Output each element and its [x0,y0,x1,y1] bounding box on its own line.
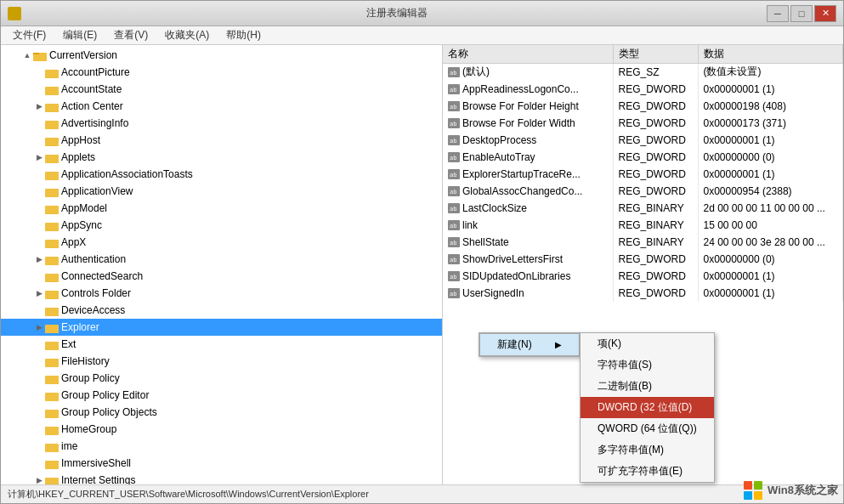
table-row[interactable]: abLastClockSizeREG_BINARY2d 00 00 00 11 … [443,200,843,217]
maximize-button[interactable]: □ [790,5,813,22]
table-row[interactable]: abBrowse For Folder HeightREG_DWORD0x000… [443,98,843,115]
table-row[interactable]: abSIDUpdatedOnLibrariesREG_DWORD0x000000… [443,268,843,285]
svg-rect-48 [45,411,59,418]
tree-item-deviceaccess[interactable]: DeviceAccess [1,302,442,319]
tree-item-appsync[interactable]: AppSync [1,217,442,234]
table-row[interactable]: abUserSignedInREG_DWORD0x00000001 (1) [443,285,843,302]
table-row[interactable]: abDesktopProcessREG_DWORD0x00000001 (1) [443,132,843,149]
reg-value-icon: ab [448,237,460,247]
tree-arrow-expand: ▶ [33,474,45,484]
svg-rect-2 [9,14,14,19]
table-row[interactable]: abGlobalAssocChangedCo...REG_DWORD0x0000… [443,183,843,200]
window-controls: ─ □ ✕ [767,5,836,22]
svg-rect-24 [45,207,59,214]
reg-value-name: Browse For Folder Height [462,100,579,112]
col-header-name[interactable]: 名称 [443,45,613,64]
context-menu-sub: 项(K) 字符串值(S) 二进制值(B) DWORD (32 位值(D) QWO… [580,332,715,483]
reg-value-data: (数值未设置) [698,64,843,81]
menu-help[interactable]: 帮助(H) [218,26,269,44]
svg-text:ab: ab [450,206,456,212]
reg-value-type: REG_DWORD [613,149,698,166]
svg-rect-1 [15,8,20,13]
context-submenu-item-2[interactable]: 二进制值(B) [581,376,714,397]
svg-text:ab: ab [450,155,456,161]
reg-value-type: REG_DWORD [613,251,698,268]
tree-item-controlsfolder[interactable]: ▶ Controls Folder [1,285,442,302]
tree-item-appmodel[interactable]: AppModel [1,200,442,217]
tree-item-homegroup[interactable]: HomeGroup [1,421,442,438]
tree-item-accountstate[interactable]: AccountState [1,81,442,98]
reg-value-data: 0x00000001 (1) [698,166,843,183]
context-submenu-item-3[interactable]: DWORD (32 位值(D) [581,397,714,418]
table-row[interactable]: abExplorerStartupTraceRe...REG_DWORD0x00… [443,166,843,183]
svg-text:ab: ab [450,257,456,263]
col-header-data[interactable]: 数据 [698,45,843,64]
tree-label: Group Policy Editor [61,389,149,401]
folder-icon [45,254,59,265]
win8-badge: Win8系统之家 [744,481,838,500]
svg-text:ab: ab [450,70,456,76]
tree-item-appview[interactable]: ApplicationView [1,183,442,200]
tree-item-grouppolicy[interactable]: Group Policy [1,370,442,387]
context-submenu-item-0[interactable]: 项(K) [581,333,714,354]
folder-icon [45,288,59,299]
tree-item-advertisinginfo[interactable]: AdvertisingInfo [1,115,442,132]
tree-label: Group Policy Objects [61,406,157,418]
context-submenu-item-1[interactable]: 字符串值(S) [581,354,714,376]
tree-item-currentversion[interactable]: ▲ CurrentVersion [1,47,442,64]
tree-item-grouppolicyeditor[interactable]: Group Policy Editor [1,387,442,404]
table-row[interactable]: abShellStateREG_BINARY24 00 00 00 3e 28 … [443,234,843,251]
tree-item-applets[interactable]: ▶ Applets [1,149,442,166]
tree-item-apphost[interactable]: AppHost [1,132,442,149]
svg-rect-30 [45,258,59,265]
tree-item-explorer[interactable]: ▶ Explorer [1,319,442,336]
reg-value-icon: ab [448,220,460,230]
context-submenu-item-5[interactable]: 多字符串值(M) [581,439,714,461]
tree-item-appx[interactable]: AppX [1,234,442,251]
reg-value-icon: ab [448,254,460,264]
tree-item-authentication[interactable]: ▶ Authentication [1,251,442,268]
context-menu-trigger[interactable]: 新建(N) ▶ [479,333,580,356]
minimize-button[interactable]: ─ [767,5,789,22]
reg-value-name: EnableAutoTray [462,151,535,163]
tree-item-filehistory[interactable]: FileHistory [1,353,442,370]
table-row[interactable]: abEnableAutoTrayREG_DWORD0x00000000 (0) [443,149,843,166]
menu-favorites[interactable]: 收藏夹(A) [156,26,218,44]
tree-item-immersiveshell[interactable]: ImmersiveShell [1,455,442,472]
menu-view[interactable]: 查看(V) [105,26,156,44]
tree-item-ime[interactable]: ime [1,438,442,455]
col-header-type[interactable]: 类型 [613,45,698,64]
svg-rect-16 [45,139,59,146]
win8-square-green [754,481,762,490]
tree-label: Explorer [61,321,99,333]
tree-item-ext[interactable]: Ext [1,336,442,353]
table-row[interactable]: ablinkREG_BINARY15 00 00 00 [443,217,843,234]
menu-edit[interactable]: 编辑(E) [54,26,105,44]
reg-value-type: REG_DWORD [613,268,698,285]
menu-file[interactable]: 文件(F) [4,26,54,44]
context-menu-container: 新建(N) ▶ 项(K) 字符串值(S) 二进制值(B) DWORD (32 位… [479,332,581,357]
tree-item-appasso[interactable]: ApplicationAssociationToasts [1,166,442,183]
reg-value-name: Browse For Folder Width [462,117,575,129]
svg-rect-8 [45,71,59,78]
close-button[interactable]: ✕ [814,5,836,22]
context-submenu-item-4[interactable]: QWORD (64 位值(Q)) [581,418,714,439]
svg-rect-34 [45,292,59,299]
tree-item-internetsettings[interactable]: ▶ Internet Settings [1,472,442,484]
table-row[interactable]: abShowDriveLettersFirstREG_DWORD0x000000… [443,251,843,268]
tree-item-actioncenter[interactable]: ▶ Action Center [1,98,442,115]
table-row[interactable]: abAppReadinessLogonCo...REG_DWORD0x00000… [443,81,843,98]
svg-rect-22 [45,190,59,197]
tree-item-grouppolicyobjects[interactable]: Group Policy Objects [1,404,442,421]
tree-arrow-empty [33,406,45,418]
left-pane: ▲ CurrentVersion AccountPicture [1,45,443,484]
table-row[interactable]: abBrowse For Folder WidthREG_DWORD0x0000… [443,115,843,132]
tree-container[interactable]: ▲ CurrentVersion AccountPicture [1,45,442,484]
tree-item-connectedsearch[interactable]: ConnectedSearch [1,268,442,285]
tree-item-accountpicture[interactable]: AccountPicture [1,64,442,81]
table-row[interactable]: ab(默认)REG_SZ(数值未设置) [443,64,843,81]
tree-label: ConnectedSearch [61,270,143,282]
win8-square-red [744,481,752,490]
context-submenu-item-6[interactable]: 可扩充字符串值(E) [581,461,714,482]
tree-label: Action Center [61,100,123,112]
